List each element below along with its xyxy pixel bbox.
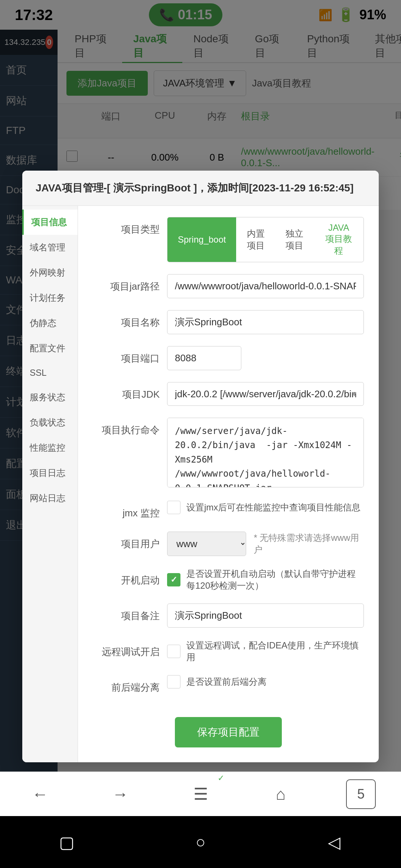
jdk-select[interactable]: jdk-20.0.2 [/www/server/java/jdk-20.0.2/… <box>167 382 364 406</box>
autostart-hint: 是否设置开机自动启动（默认自带守护进程每120秒检测一次） <box>186 568 364 592</box>
form-label-autostart: 开机启动 <box>93 568 160 587</box>
remote-debug-checkbox-row: 设置远程调试，配合IDEA使用，生产环境慎用 <box>167 640 364 663</box>
form-label-front-back: 前后端分离 <box>93 675 160 694</box>
form-group-remark: 项目备注 <box>93 604 364 628</box>
form-group-project-name: 项目名称 <box>93 310 364 334</box>
modal-sidebar: 项目信息 域名管理 外网映射 计划任务 伪静态 配置文件 SSL <box>22 206 78 762</box>
type-btn-builtin[interactable]: 内置项目 <box>236 217 275 262</box>
bottom-nav: ← → ☰ ✓ ⌂ 5 <box>0 772 401 816</box>
jmx-checkbox-row: 设置jmx后可在性能监控中查询项目性能信息 <box>167 501 364 514</box>
front-back-hint: 是否设置前后端分离 <box>186 676 267 688</box>
form-control-front-back: 是否设置前后端分离 <box>167 675 364 688</box>
form-label-user: 项目用户 <box>93 532 160 550</box>
save-config-button[interactable]: 保存项目配置 <box>175 717 282 747</box>
modal-nav-config-file[interactable]: 配置文件 <box>22 336 78 361</box>
home-icon: ⌂ <box>276 785 286 803</box>
nav-back-button[interactable]: ← <box>18 776 62 813</box>
modal-content: 项目信息 域名管理 外网映射 计划任务 伪静态 配置文件 SSL <box>22 206 379 762</box>
form-control-remote-debug: 设置远程调试，配合IDEA使用，生产环境慎用 <box>167 640 364 663</box>
form-group-user: 项目用户 www * 无特殊需求请选择www用户 <box>93 532 364 556</box>
front-back-checkbox[interactable] <box>167 675 180 688</box>
type-btn-standalone[interactable]: 独立项目 <box>275 217 314 262</box>
nav-menu-button[interactable]: ☰ ✓ <box>178 776 223 813</box>
form-control-autostart: 是否设置开机自动启动（默认自带守护进程每120秒检测一次） <box>167 568 364 592</box>
jdk-select-wrapper: jdk-20.0.2 [/www/server/java/jdk-20.0.2/… <box>167 382 364 406</box>
jmx-hint: 设置jmx后可在性能监控中查询项目性能信息 <box>186 502 361 513</box>
autostart-checkbox[interactable] <box>167 573 180 586</box>
remark-input[interactable] <box>167 604 364 628</box>
form-control-command <box>167 418 364 489</box>
android-back-button[interactable]: ◁ <box>304 823 364 861</box>
modal-nav-project-log[interactable]: 项目日志 <box>22 460 78 486</box>
modal-nav-load-balance[interactable]: 负载状态 <box>22 410 78 435</box>
form-label-project-name: 项目名称 <box>93 310 160 329</box>
recent-apps-icon: ▢ <box>59 833 75 852</box>
form-group-jar-path: 项目jar路径 document.querySelector('[data-na… <box>93 274 364 298</box>
form-control-port <box>167 346 364 370</box>
modal-nav-perf-monitor[interactable]: 性能监控 <box>22 435 78 460</box>
modal-nav-project-info[interactable]: 项目信息 <box>22 210 78 235</box>
form-label-jmx: jmx 监控 <box>93 501 160 520</box>
form-label-remark: 项目备注 <box>93 604 160 622</box>
modal-nav-ssl[interactable]: SSL <box>22 361 78 385</box>
user-select-row: www * 无特殊需求请选择www用户 <box>167 532 364 556</box>
form-label-type: 项目类型 <box>93 217 160 236</box>
form-group-remote-debug: 远程调试开启 设置远程调试，配合IDEA使用，生产环境慎用 <box>93 640 364 663</box>
form-control-jmx: 设置jmx后可在性能监控中查询项目性能信息 <box>167 501 364 514</box>
modal-form-body: 项目类型 Spring_boot 内置项目 独立项目 JAVA项目教程 项目ja… <box>78 206 379 762</box>
project-name-input[interactable] <box>167 310 364 334</box>
jar-path-input[interactable] <box>167 274 364 298</box>
nav-home-button[interactable]: ⌂ <box>258 776 303 813</box>
android-home-button[interactable]: ○ <box>171 823 230 861</box>
menu-icon: ☰ <box>193 785 208 803</box>
form-group-jmx: jmx 监控 设置jmx后可在性能监控中查询项目性能信息 <box>93 501 364 520</box>
form-group-port: 项目端口 <box>93 346 364 370</box>
remote-debug-checkbox[interactable] <box>167 645 180 658</box>
form-label-command: 项目执行命令 <box>93 418 160 437</box>
form-label-port: 项目端口 <box>93 346 160 365</box>
save-button-row: 保存项目配置 <box>93 706 364 751</box>
modal-nav-domain-mgmt[interactable]: 域名管理 <box>22 235 78 260</box>
form-control-user: www * 无特殊需求请选择www用户 <box>167 532 364 556</box>
type-btn-tutorial[interactable]: JAVA项目教程 <box>314 217 363 262</box>
android-nav: ▢ ○ ◁ <box>0 816 401 868</box>
form-label-jar-path: 项目jar路径 <box>93 274 160 293</box>
form-label-jdk: 项目JDK <box>93 382 160 401</box>
command-textarea[interactable] <box>167 418 364 487</box>
remote-debug-hint: 设置远程调试，配合IDEA使用，生产环境慎用 <box>186 640 364 663</box>
autostart-checkbox-row: 是否设置开机自动启动（默认自带守护进程每120秒检测一次） <box>167 568 364 592</box>
jmx-checkbox[interactable] <box>167 501 180 514</box>
form-group-command: 项目执行命令 <box>93 418 364 489</box>
form-control-jar-path: document.querySelector('[data-name="jar-… <box>167 274 364 298</box>
type-buttons: Spring_boot 内置项目 独立项目 JAVA项目教程 <box>167 217 364 262</box>
back-icon: ← <box>32 785 48 803</box>
modal: JAVA项目管理-[ 演示SpringBoot ]，添加时间[2023-11-2… <box>22 171 379 762</box>
nav-forward-button[interactable]: → <box>98 776 143 813</box>
modal-overlay: JAVA项目管理-[ 演示SpringBoot ]，添加时间[2023-11-2… <box>0 0 401 868</box>
android-back-icon: ◁ <box>328 833 340 852</box>
form-group-type: 项目类型 Spring_boot 内置项目 独立项目 JAVA项目教程 <box>93 217 364 262</box>
front-back-checkbox-row: 是否设置前后端分离 <box>167 675 364 688</box>
menu-check-icon: ✓ <box>218 773 224 783</box>
modal-nav-pseudo-static[interactable]: 伪静态 <box>22 310 78 336</box>
modal-header: JAVA项目管理-[ 演示SpringBoot ]，添加时间[2023-11-2… <box>22 171 379 206</box>
type-btn-springboot[interactable]: Spring_boot <box>167 217 236 262</box>
form-group-front-back: 前后端分离 是否设置前后端分离 <box>93 675 364 694</box>
form-control-type: Spring_boot 内置项目 独立项目 JAVA项目教程 <box>167 217 364 262</box>
nav-pages-button[interactable]: 5 <box>339 776 383 813</box>
modal-nav-external-map[interactable]: 外网映射 <box>22 260 78 285</box>
pages-badge: 5 <box>346 779 376 809</box>
user-select[interactable]: www <box>167 532 246 556</box>
form-label-remote-debug: 远程调试开启 <box>93 640 160 658</box>
form-control-remark <box>167 604 364 628</box>
modal-nav-schedule[interactable]: 计划任务 <box>22 285 78 310</box>
form-control-project-name <box>167 310 364 334</box>
forward-icon: → <box>112 785 128 803</box>
form-control-jdk: jdk-20.0.2 [/www/server/java/jdk-20.0.2/… <box>167 382 364 406</box>
form-group-autostart: 开机启动 是否设置开机自动启动（默认自带守护进程每120秒检测一次） <box>93 568 364 592</box>
android-recent-button[interactable]: ▢ <box>37 823 97 861</box>
modal-nav-service-status[interactable]: 服务状态 <box>22 385 78 410</box>
form-group-jdk: 项目JDK jdk-20.0.2 [/www/server/java/jdk-2… <box>93 382 364 406</box>
port-input[interactable] <box>167 346 241 370</box>
modal-nav-site-log[interactable]: 网站日志 <box>22 486 78 511</box>
